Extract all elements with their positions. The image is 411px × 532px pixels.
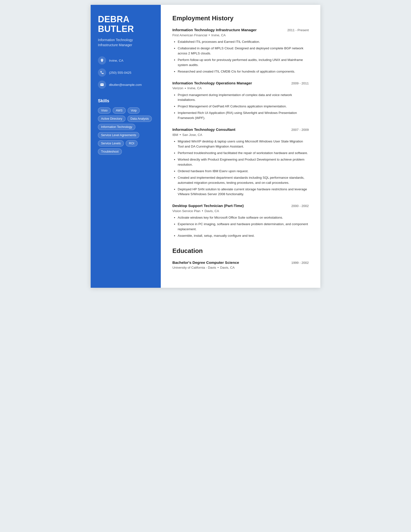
- job-item: Information Technology Consultant2007 - …: [172, 127, 309, 197]
- job-title: Desktop Support Technician (Part-Time): [172, 204, 244, 208]
- bullet-item: Deployed HP SAN solution to alleviate cu…: [178, 187, 309, 197]
- phone-item: (250) 555-0425: [98, 68, 154, 77]
- job-title: Information Technology Infrastructure Ma…: [172, 28, 257, 32]
- education-container: Bachelor's Degree Computer Science1999 -…: [172, 260, 309, 269]
- location-item: Irvine, CA: [98, 56, 154, 65]
- bullet-item: Implemented Rich UI Application (RIA) us…: [178, 111, 309, 121]
- sidebar: DEBRA BUTLER Information Technology Infr…: [91, 5, 161, 288]
- bullet-item: Worked directly with Product Engineering…: [178, 157, 309, 167]
- edu-dates: 1999 - 2002: [291, 261, 309, 265]
- skill-tag: AWS: [113, 107, 126, 114]
- job-header: Information Technology Operations Manage…: [172, 81, 309, 85]
- job-title: Information Technology Consultant: [172, 127, 235, 132]
- location-text: Irvine, CA: [109, 59, 123, 62]
- bullet-item: Assemble, install, setup, manually confi…: [178, 233, 309, 238]
- dot-separator: •: [202, 209, 203, 213]
- bullet-item: Created and implemented department stand…: [178, 175, 309, 185]
- job-header: Desktop Support Technician (Part-Time)20…: [172, 204, 309, 208]
- bullet-item: Project Management of GetPaid AR Collect…: [178, 104, 309, 109]
- location-icon: [98, 56, 106, 65]
- job-dates: 2000 - 2002: [291, 204, 309, 208]
- school-name: University of California - Davis: [172, 266, 216, 269]
- company-name: First American Financial: [172, 33, 207, 37]
- job-location: Davis, CA: [205, 209, 219, 213]
- candidate-name: DEBRA BUTLER: [98, 15, 154, 34]
- skill-tag: Visio: [98, 107, 111, 114]
- candidate-title: Information Technology Infrastructure Ma…: [98, 38, 154, 48]
- company-name: Verizon: [172, 86, 183, 90]
- resume-container: DEBRA BUTLER Information Technology Infr…: [91, 5, 320, 288]
- skill-tag: ROI: [126, 140, 137, 147]
- skill-tag: Data Analysis: [127, 116, 152, 122]
- job-dates: 2009 - 2011: [291, 82, 309, 85]
- bullet-item: Ordered hardware from IBM Eserv upon req…: [178, 169, 309, 174]
- job-location: Irvine, CA: [187, 86, 202, 90]
- job-location: Irvine, CA: [211, 33, 225, 37]
- bullet-item: Migrated WinXP desktop & laptop users us…: [178, 139, 309, 149]
- bullet-item: Performed troubleshooting and facilitate…: [178, 151, 309, 156]
- job-dates: 2011 - Present: [287, 28, 309, 32]
- job-bullets: Project management during implementation…: [172, 93, 309, 121]
- dot-separator: •: [209, 33, 210, 37]
- education-item: Bachelor's Degree Computer Science1999 -…: [172, 260, 309, 269]
- jobs-container: Information Technology Infrastructure Ma…: [172, 28, 309, 238]
- phone-icon: [98, 68, 106, 77]
- job-header: Information Technology Infrastructure Ma…: [172, 28, 309, 32]
- job-dates: 2007 - 2009: [291, 128, 309, 132]
- job-item: Information Technology Infrastructure Ma…: [172, 28, 309, 74]
- job-company: Vision Service Plan•Davis, CA: [172, 209, 309, 213]
- job-company: Verizon•Irvine, CA: [172, 86, 309, 90]
- bullet-item: Collaborated in design of MPLS Cloud: De…: [178, 46, 309, 56]
- skill-tag: Service Levels: [98, 140, 124, 147]
- education-section: Education Bachelor's Degree Computer Sci…: [172, 247, 309, 269]
- skill-tag: Service Level Agreements: [98, 132, 139, 138]
- skill-tag: Information Technology: [98, 124, 135, 130]
- dot-separator: •: [218, 266, 219, 269]
- job-bullets: Established ITIL processes and Earned IT…: [172, 39, 309, 74]
- edu-degree: Bachelor's Degree Computer Science: [172, 260, 239, 265]
- bullet-item: Perform follow-up work for previously pe…: [178, 57, 309, 68]
- bullet-item: Experience in PC imaging, software and h…: [178, 222, 309, 232]
- skills-tags: VisioAWSVoipActive DirectoryData Analysi…: [98, 107, 154, 155]
- bullet-item: Project management during implementation…: [178, 93, 309, 103]
- job-bullets: Activate windows key for Microsoft Offic…: [172, 215, 309, 238]
- job-header: Information Technology Consultant2007 - …: [172, 127, 309, 132]
- bullet-item: Researched and created ITIL CMDB CIs for…: [178, 69, 309, 74]
- employment-section: Employment History Information Technolog…: [172, 15, 309, 238]
- company-name: IBM: [172, 133, 178, 137]
- edu-header: Bachelor's Degree Computer Science1999 -…: [172, 260, 309, 266]
- skill-tag: Voip: [128, 107, 140, 114]
- dot-separator: •: [185, 86, 186, 90]
- skill-tag: Active Directory: [98, 116, 125, 122]
- skills-section: Skills VisioAWSVoipActive DirectoryData …: [98, 98, 154, 155]
- job-company: First American Financial•Irvine, CA: [172, 33, 309, 37]
- job-title: Information Technology Operations Manage…: [172, 81, 252, 85]
- phone-text: (250) 555-0425: [109, 71, 131, 75]
- company-name: Vision Service Plan: [172, 209, 200, 213]
- job-bullets: Migrated WinXP desktop & laptop users us…: [172, 139, 309, 197]
- bullet-item: Activate windows key for Microsoft Offic…: [178, 215, 309, 220]
- email-icon: [98, 81, 106, 89]
- job-item: Information Technology Operations Manage…: [172, 81, 309, 121]
- main-content: Employment History Information Technolog…: [161, 5, 320, 288]
- employment-title: Employment History: [172, 15, 309, 23]
- job-item: Desktop Support Technician (Part-Time)20…: [172, 204, 309, 238]
- edu-location: Davis, CA: [220, 266, 235, 269]
- job-company: IBM•San Jose, CA: [172, 133, 309, 137]
- contact-section: Irvine, CA (250) 555-0425 dbutler@exampl…: [98, 56, 154, 89]
- email-text: dbutler@example.com: [109, 83, 142, 86]
- job-location: San Jose, CA: [182, 133, 202, 137]
- dot-separator: •: [180, 133, 181, 137]
- skills-title: Skills: [98, 98, 154, 104]
- education-title: Education: [172, 247, 309, 256]
- bullet-item: Established ITIL processes and Earned IT…: [178, 39, 309, 45]
- skill-tag: Troubleshoot: [98, 149, 122, 155]
- email-item: dbutler@example.com: [98, 81, 154, 89]
- edu-school: University of California - Davis•Davis, …: [172, 266, 309, 269]
